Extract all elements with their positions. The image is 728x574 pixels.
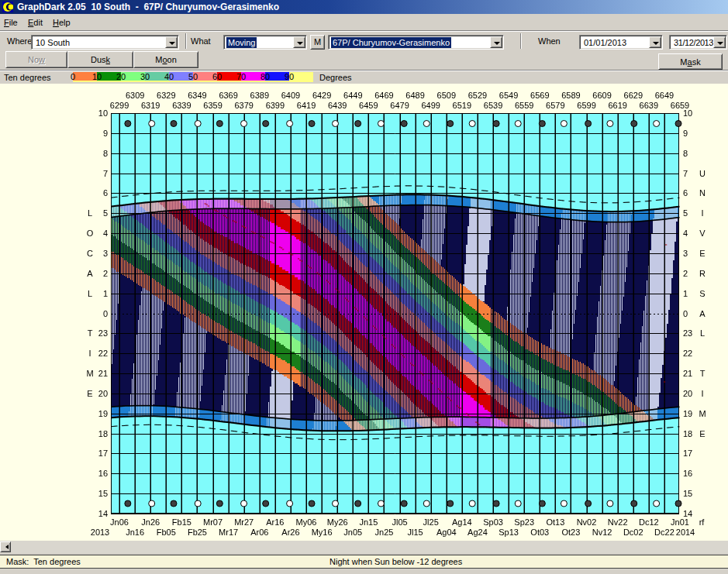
menu-edit[interactable]: Edit — [24, 16, 47, 29]
toolbar-separator — [185, 33, 187, 49]
toolbar: Where 10 South What Moving M 67P/ Churyu… — [0, 30, 728, 50]
date-to-dropdown-icon[interactable] — [713, 36, 726, 48]
status-bar: Mask: Ten degrees Night when Sun below -… — [0, 555, 728, 569]
what-value: Moving — [226, 37, 257, 48]
date-to-value: 31/12/2013 — [672, 37, 715, 48]
menu-help[interactable]: Help — [49, 16, 74, 29]
title-bar[interactable]: GraphDark 2.05 10 South - 67P/ Churyumov… — [0, 0, 728, 14]
mask-button[interactable]: Mask — [658, 53, 723, 70]
legend-unit-label: Degrees — [319, 73, 352, 82]
menu-file[interactable]: File — [0, 16, 22, 29]
visibility-chart[interactable] — [0, 84, 728, 541]
scroll-left-arrow-icon[interactable] — [0, 541, 11, 552]
moon-button[interactable]: Moon — [133, 51, 198, 68]
object-combobox[interactable]: 67P/ Churyumov-Gerasimenko — [328, 35, 504, 50]
status-mask-text: Mask: Ten degrees — [6, 557, 81, 566]
object-value: 67P/ Churyumov-Gerasimenko — [331, 37, 451, 48]
legend-strip-underline — [73, 81, 313, 82]
date-from-dropdown-icon[interactable] — [649, 36, 661, 48]
app-window: GraphDark 2.05 10 South - 67P/ Churyumov… — [0, 0, 728, 574]
legend-title: Ten degrees — [4, 73, 51, 82]
date-to-combobox[interactable]: 31/12/2013 — [669, 35, 727, 50]
menu-bar: File Edit Help — [0, 14, 728, 30]
object-dropdown-icon[interactable] — [490, 36, 502, 48]
what-combobox[interactable]: Moving — [223, 35, 307, 50]
legend-bar: Ten degrees 0102030405060708090 Degrees — [0, 70, 728, 84]
where-value: 10 South — [34, 37, 71, 48]
where-combobox[interactable]: 10 South — [31, 35, 179, 50]
when-label: When — [538, 36, 561, 46]
now-button[interactable]: Now — [5, 51, 67, 68]
chart-area — [0, 84, 728, 541]
where-label: Where — [7, 36, 32, 46]
status-night-text: Night when Sun below -12 degrees — [329, 557, 462, 566]
toolbar-separator — [520, 33, 522, 49]
where-dropdown-icon[interactable] — [165, 36, 178, 48]
date-from-value: 01/01/2013 — [582, 37, 628, 48]
app-moon-icon — [2, 2, 13, 12]
what-label: What — [191, 36, 211, 46]
dusk-button[interactable]: Dusk — [67, 51, 133, 68]
command-button-row: Now Dusk Moon Mask — [0, 50, 728, 70]
horizontal-scrollbar[interactable] — [0, 541, 728, 553]
what-dropdown-icon[interactable] — [293, 36, 305, 48]
date-from-combobox[interactable]: 01/01/2013 — [579, 35, 663, 50]
window-title: GraphDark 2.05 10 South - 67P/ Churyumov… — [17, 2, 279, 12]
m-button[interactable]: M — [310, 35, 325, 50]
